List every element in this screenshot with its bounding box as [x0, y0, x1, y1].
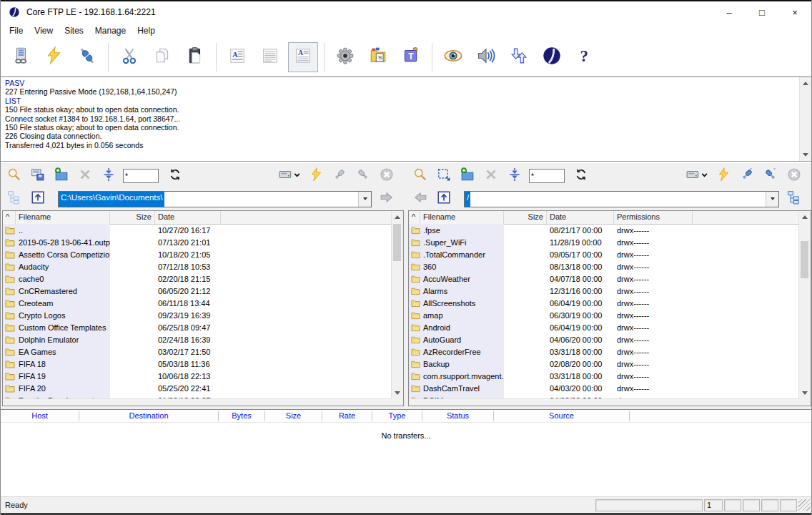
transfer-column-type[interactable]: Type	[372, 411, 422, 421]
remote-file-row[interactable]: .TotalCommander09/05/17 00:00drwx------	[409, 248, 799, 260]
local-go-right-button[interactable]	[377, 190, 396, 207]
remote-drive-select-button[interactable]	[685, 167, 709, 185]
remote-search-button[interactable]	[411, 167, 430, 185]
remote-lightning-button[interactable]	[714, 167, 733, 185]
scroll-down-icon[interactable]	[800, 149, 811, 160]
local-column-header-blank[interactable]	[221, 211, 392, 224]
transfer-column-source[interactable]: Source	[494, 411, 630, 421]
remote-tree-view-button[interactable]	[785, 190, 803, 207]
local-file-row[interactable]: 2019-05-28 19-06-41.outp...07/13/20 21:0…	[3, 236, 392, 248]
close-button[interactable]: ×	[778, 1, 811, 23]
local-file-row[interactable]: Assetto Corsa Competizione10/18/20 21:05	[3, 248, 392, 260]
scroll-up-icon[interactable]	[799, 212, 810, 222]
menu-file[interactable]: File	[4, 24, 29, 37]
remote-file-row[interactable]: AccuWeather04/07/18 00:00drwx------	[409, 273, 799, 285]
transfer-column-size[interactable]: Size	[265, 411, 322, 421]
remote-file-row[interactable]: AllScreenshots06/04/19 00:00drwx------	[409, 297, 799, 309]
remote-column-header-size[interactable]: Size	[504, 211, 547, 224]
remote-file-row[interactable]: AzRecorderFree03/31/18 00:00drwx------	[409, 345, 799, 358]
local-column-header-size[interactable]: Size	[110, 211, 155, 224]
menu-sites[interactable]: Sites	[59, 24, 89, 37]
local-file-row[interactable]: Audacity07/12/18 10:53	[3, 260, 392, 273]
local-column-header-[interactable]: ^	[3, 211, 16, 224]
transfer-column-bytes[interactable]: Bytes	[219, 411, 265, 421]
local-lightning-button[interactable]	[307, 167, 325, 185]
local-file-row[interactable]: Creoteam06/11/18 13:44	[3, 297, 392, 309]
local-plug-gray-button[interactable]	[330, 167, 349, 185]
local-file-row[interactable]: FIFA 1910/06/18 22:13	[3, 370, 392, 382]
remote-delete-button[interactable]	[482, 167, 500, 185]
local-tree-view-disabled-button[interactable]	[5, 190, 24, 207]
scroll-thumb[interactable]	[801, 241, 808, 278]
remote-folder-up-button[interactable]	[435, 190, 453, 207]
core-logo-button[interactable]	[537, 42, 567, 72]
local-file-row[interactable]: FIFA 2005/25/20 22:41	[3, 382, 392, 394]
remote-select-region-button[interactable]	[435, 167, 453, 185]
local-file-row[interactable]: ..10/27/20 16:17	[3, 224, 392, 236]
remote-horizontal-scrollbar[interactable]	[409, 398, 811, 406]
local-delete-button[interactable]	[76, 167, 94, 185]
remote-column-header-filename[interactable]: Filename	[420, 211, 504, 224]
local-drive-select-button[interactable]	[277, 167, 302, 185]
cut-button[interactable]	[114, 42, 144, 72]
local-filter-input[interactable]	[123, 169, 159, 183]
local-column-header-date[interactable]: Date	[155, 211, 221, 224]
site-files-button[interactable]: S	[363, 42, 393, 72]
local-stop-button[interactable]	[377, 167, 396, 185]
remote-new-folder-button[interactable]	[458, 167, 477, 185]
local-file-row[interactable]: cache002/20/18 21:15	[3, 273, 392, 285]
settings-button[interactable]	[330, 42, 360, 72]
resize-grip[interactable]	[798, 499, 810, 511]
remote-plug-blue-button[interactable]	[738, 167, 756, 185]
remote-vertical-scrollbar[interactable]	[798, 211, 811, 399]
remote-file-row[interactable]: com.rsupport.mvagent...03/31/18 00:00drw…	[409, 370, 799, 382]
remote-column-header-permissions[interactable]: Permissions	[614, 211, 693, 224]
menu-manage[interactable]: Manage	[89, 24, 132, 37]
local-plug2-gray-button[interactable]	[354, 167, 372, 185]
site-manager-button[interactable]	[6, 42, 36, 72]
remote-refresh-button[interactable]	[572, 167, 590, 185]
scroll-down-icon[interactable]	[799, 388, 810, 398]
remote-column-header-blank[interactable]	[693, 211, 799, 224]
copy-button[interactable]	[147, 42, 177, 72]
local-file-row[interactable]: CnCRemastered06/05/20 21:12	[3, 285, 392, 297]
quick-connect-button[interactable]	[39, 42, 69, 72]
paste-button[interactable]	[180, 42, 210, 72]
scroll-up-icon[interactable]	[392, 212, 402, 222]
transfer-column-rate[interactable]: Rate	[322, 411, 372, 421]
remote-file-row[interactable]: Backup02/08/20 00:00drwx------	[409, 358, 799, 370]
local-file-row[interactable]: Dolphin Emulator02/24/18 16:39	[3, 333, 392, 345]
local-filter-sync-button[interactable]	[99, 167, 118, 185]
remote-path-combo[interactable]: /	[464, 191, 779, 207]
transfers-button[interactable]	[504, 42, 534, 72]
local-file-row[interactable]: Custom Office Templates06/25/18 09:47	[3, 321, 392, 333]
local-path-dropdown-button[interactable]	[358, 192, 371, 207]
remote-file-row[interactable]: amap06/30/19 00:00drwx------	[409, 309, 799, 321]
view-eye-button[interactable]	[438, 42, 468, 72]
transfer-column-status[interactable]: Status	[422, 411, 494, 421]
scroll-thumb[interactable]	[393, 224, 401, 261]
remote-stop-button[interactable]	[785, 167, 803, 185]
minimize-button[interactable]: –	[713, 1, 746, 23]
remote-file-row[interactable]: Alarms12/31/16 00:00drwx------	[409, 285, 799, 297]
local-column-header-filename[interactable]: Filename	[16, 211, 110, 224]
view-raw-button[interactable]	[255, 42, 285, 72]
templates-button[interactable]: T	[396, 42, 426, 72]
local-search-button[interactable]	[5, 167, 24, 185]
remote-column-header-date[interactable]: Date	[547, 211, 614, 224]
remote-plug2-blue-button[interactable]	[761, 167, 780, 185]
local-file-row[interactable]: Crypto Logos09/23/19 16:39	[3, 309, 392, 321]
local-new-folder-button[interactable]	[52, 167, 71, 185]
remote-column-header-[interactable]: ^	[409, 211, 420, 224]
local-save-layout-button[interactable]	[29, 167, 47, 185]
local-folder-up-button[interactable]	[29, 190, 47, 207]
remote-file-row[interactable]: AutoGuard04/06/20 00:00drwx------	[409, 333, 799, 345]
remote-file-row[interactable]: .fpse08/21/17 00:00drwx------	[409, 224, 799, 236]
transfer-column-host[interactable]: Host	[1, 411, 79, 421]
transfer-column-destination[interactable]: Destination	[79, 411, 219, 421]
remote-file-row[interactable]: Android06/04/19 00:00drwx------	[409, 321, 799, 333]
remote-filter-sync-button[interactable]	[505, 167, 524, 185]
view-log-button[interactable]: A	[222, 42, 252, 72]
remote-file-row[interactable]: DashCamTravel04/03/20 00:00drwx------	[409, 382, 799, 394]
local-vertical-scrollbar[interactable]	[391, 211, 403, 399]
